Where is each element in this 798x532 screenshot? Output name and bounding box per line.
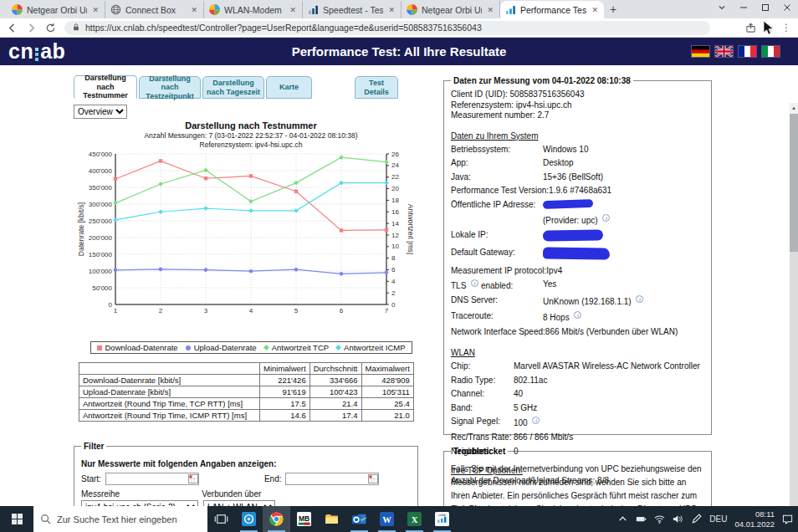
tab-close-icon[interactable]: ✕ [387, 6, 396, 14]
column-header: Minimalwert [260, 363, 310, 375]
tab-close-icon[interactable]: ✕ [91, 6, 100, 14]
french-flag-icon[interactable] [739, 46, 756, 57]
detail-label: Signal Pegel: [451, 417, 514, 428]
browser-tab[interactable]: WLAN-Modem Giga Conn✕ [204, 1, 303, 18]
measurement-legend: Daten zur Messung vom 04-01-2022 08:10:3… [451, 76, 633, 85]
file-explorer-taskbar-icon[interactable] [318, 506, 345, 532]
menu-kebab-icon[interactable]: ⋮ [781, 22, 791, 33]
calendar-icon[interactable] [368, 474, 378, 483]
taskbar-search[interactable]: Zur Suche Text hier eingeben [33, 506, 207, 532]
detail-row: Band:5 GHz [451, 403, 704, 413]
svg-text:450'000: 450'000 [89, 151, 113, 158]
tab-test-details[interactable]: Test Details [355, 76, 398, 99]
url-field[interactable]: https://ux.cnlab.ch/speedtest/Controller… [64, 21, 710, 35]
detail-label: Performance Test Version: [451, 186, 549, 196]
close-window-button[interactable] [776, 0, 798, 18]
verbunden-select[interactable]: LAN + WLAN [203, 500, 275, 506]
svg-text:14: 14 [391, 220, 399, 228]
chart-subtitle-2: Referenzsystem: ipv4-hsi.upc.ch [74, 141, 428, 149]
excel-taskbar-icon[interactable]: X [401, 506, 428, 532]
forward-icon[interactable] [26, 23, 37, 33]
tab-darstellung-nach-testnummer[interactable]: Darstellung nach Testnummer [74, 75, 137, 99]
detail-row: Performance Test Version:1.9.6 #7468a631 [451, 186, 704, 196]
info-icon[interactable]: i [602, 214, 610, 222]
info-icon[interactable]: i [574, 311, 581, 319]
tab-close-icon[interactable]: ✕ [289, 6, 297, 14]
tab-title: Speedtest - Testen Sie Ihre [323, 5, 383, 15]
browser-tab[interactable]: Netgear Orbi Unterbrüch✕ [402, 1, 500, 18]
share-icon[interactable] [745, 23, 756, 33]
browser-tab[interactable]: Performance Test: All Ihre✕ [500, 1, 604, 18]
info-icon[interactable]: i [636, 295, 643, 303]
tab-close-icon[interactable]: ✕ [486, 6, 494, 14]
maximize-button[interactable] [755, 0, 776, 18]
row-value: 334'666 [309, 375, 361, 386]
overview-select[interactable]: Overview [74, 105, 127, 119]
detail-value: Ipv4 [546, 266, 562, 276]
tab-close-icon[interactable]: ✕ [591, 6, 599, 14]
detail-value: Windows 10 [543, 145, 588, 155]
wifi-icon[interactable] [654, 514, 665, 524]
mb-app-taskbar-icon[interactable]: MB [290, 506, 318, 532]
italian-flag-icon[interactable] [762, 46, 780, 57]
detail-row: (Provider: upc) i [451, 214, 704, 226]
legend-label: Antwortzeit TCP [272, 343, 329, 352]
detail-value: 0 [514, 447, 519, 457]
tab-close-icon[interactable]: ✕ [190, 6, 198, 14]
site-header: Performance Test: All Ihre Resultate cn … [0, 38, 798, 65]
messreihe-label: Messreihe [81, 489, 120, 499]
scroll-up-arrow-icon[interactable]: ▲ [790, 103, 798, 114]
cnlab-taskbar-icon[interactable]: cnlab [428, 506, 456, 532]
wlan-rows: Chip:Marvell AVASTAR Wireless-AC Network… [451, 361, 704, 457]
start-button[interactable] [0, 506, 33, 532]
tab-search-chevron-icon[interactable] [711, 0, 733, 18]
messreihe-select[interactable]: ipv4-hsi.upc.ch (Serie 2) [81, 500, 198, 506]
minimize-button[interactable] [733, 0, 755, 18]
cortana-taskbar-icon[interactable] [235, 506, 263, 532]
language-indicator[interactable]: DEU [709, 514, 727, 524]
filter-instruction: Nur Messwerte mit folgenden Angaben anze… [81, 459, 411, 468]
lock-icon[interactable] [72, 20, 80, 35]
svg-text:400'000: 400'000 [89, 167, 113, 175]
netgear-icon [407, 4, 417, 15]
info-icon[interactable]: i [471, 279, 478, 287]
chart-title: Darstellung nach Testnummer [74, 120, 428, 130]
german-flag-icon[interactable] [692, 46, 709, 57]
taskbar-clock[interactable]: 08:11 04.01.2022 [734, 509, 775, 529]
scrollbar-thumb[interactable] [790, 114, 798, 252]
start-date-input[interactable] [105, 473, 199, 485]
browser-tab[interactable]: Speedtest - Testen Sie Ihre✕ [303, 1, 402, 18]
notification-center-icon[interactable] [782, 514, 793, 524]
page-scrollbar[interactable]: ▲ [790, 103, 798, 506]
row-label: Download-Datenrate [kbit/s] [79, 375, 260, 386]
word-taskbar-icon[interactable]: W [373, 506, 401, 532]
task-view-taskbar-icon[interactable] [207, 506, 235, 532]
tab-darstellung-nach-testzeitpunkt[interactable]: Darstellung nach Testzeitpunkt [139, 76, 201, 99]
detail-label: Band: [451, 403, 514, 413]
english-flag-icon[interactable] [715, 46, 733, 57]
info-icon[interactable]: i [532, 417, 540, 424]
pen-icon[interactable] [691, 514, 702, 524]
tab-darstellung-nach-tageszeit[interactable]: Darstellung nach Tageszeit [202, 76, 264, 99]
system-heading: Daten zu Ihrem System [451, 131, 704, 141]
row-value: 105'311 [361, 386, 413, 398]
reload-icon[interactable] [45, 23, 56, 33]
new-tab-button[interactable]: + [604, 1, 622, 18]
tab-karte[interactable]: Karte [266, 76, 312, 99]
filter-panel: Filter Nur Messwerte mit folgenden Angab… [74, 442, 418, 506]
browser-tab[interactable]: Netgear Orbi Unterbrüche✕ [7, 1, 105, 18]
svg-text:0: 0 [109, 301, 113, 309]
tray-chevron-icon[interactable] [617, 514, 628, 524]
browser-tab[interactable]: Connect Box✕ [105, 1, 204, 18]
column-header: Maximalwert [361, 363, 413, 375]
volume-icon[interactable] [673, 514, 683, 524]
outlook-taskbar-icon[interactable] [345, 506, 373, 532]
detail-value: 802.11ac [514, 376, 547, 386]
back-icon[interactable] [7, 23, 18, 33]
battery-icon[interactable] [636, 514, 647, 524]
end-date-input[interactable] [285, 473, 379, 485]
detail-value [543, 248, 610, 262]
calendar-icon[interactable] [188, 474, 198, 483]
chrome-taskbar-icon[interactable] [263, 506, 290, 532]
detail-label: Traceroute: [451, 311, 543, 323]
